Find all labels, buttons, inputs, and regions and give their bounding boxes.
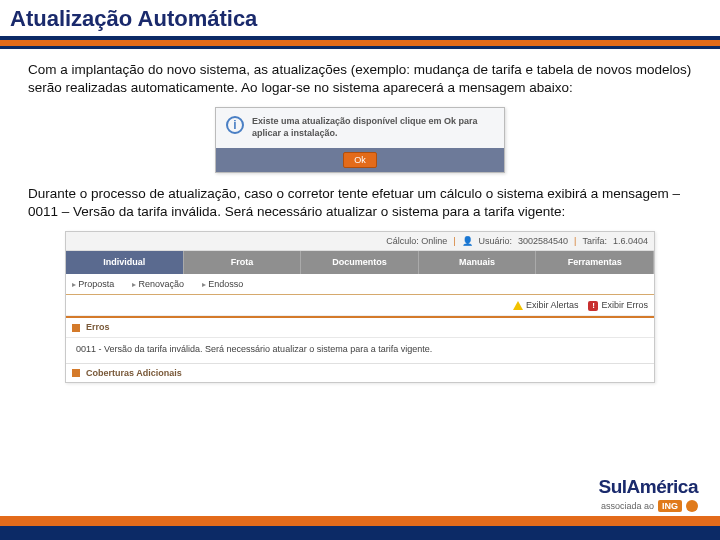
status-online: Cálculo: Online [386,235,447,247]
popup-message: Existe uma atualização disponível clique… [252,116,494,139]
brand-association: associada ao [601,501,654,511]
tab-ferramentas[interactable]: Ferramentas [536,251,654,273]
update-popup: i Existe uma atualização disponível cliq… [215,107,505,172]
section-marker-icon [72,324,80,332]
ok-button[interactable]: Ok [343,152,377,168]
tab-frota[interactable]: Frota [184,251,302,273]
show-alerts-link[interactable]: Exibir Alertas [513,299,579,311]
section-marker-icon [72,369,80,377]
show-errors-link[interactable]: !Exibir Erros [588,299,648,311]
separator: | [574,235,576,247]
tab-individual[interactable]: Individual [66,251,184,273]
user-value: 3002584540 [518,235,568,247]
tab-documentos[interactable]: Documentos [301,251,419,273]
warning-icon [513,301,523,310]
tarifa-label: Tarifa: [582,235,607,247]
separator: | [453,235,455,247]
tarifa-value: 1.6.0404 [613,235,648,247]
subtab-proposta[interactable]: Proposta [72,278,114,291]
section-erros: Erros [66,316,654,337]
error-icon: ! [588,301,598,311]
user-icon: 👤 [462,235,473,247]
error-message: 0011 - Versão da tarifa inválida. Será n… [66,338,654,363]
section-coberturas: Coberturas Adicionais [66,363,654,382]
footer-bar [0,516,720,526]
app-screenshot: Cálculo: Online | 👤 Usuário: 3002584540 … [65,231,655,383]
intro-paragraph-1: Com a implantação do novo sistema, as at… [28,61,692,97]
tab-manuais[interactable]: Manuais [419,251,537,273]
subtab-renovacao[interactable]: Renovação [132,278,184,291]
intro-paragraph-2: Durante o processo de atualização, caso … [28,185,692,221]
lion-icon [686,500,698,512]
page-title: Atualização Automática [10,6,710,32]
ing-logo: ING [658,500,682,512]
subtab-endosso[interactable]: Endosso [202,278,243,291]
brand-logo: SulAmérica [598,476,698,498]
info-icon: i [226,116,244,134]
footer-bar [0,526,720,540]
user-label: Usuário: [479,235,513,247]
